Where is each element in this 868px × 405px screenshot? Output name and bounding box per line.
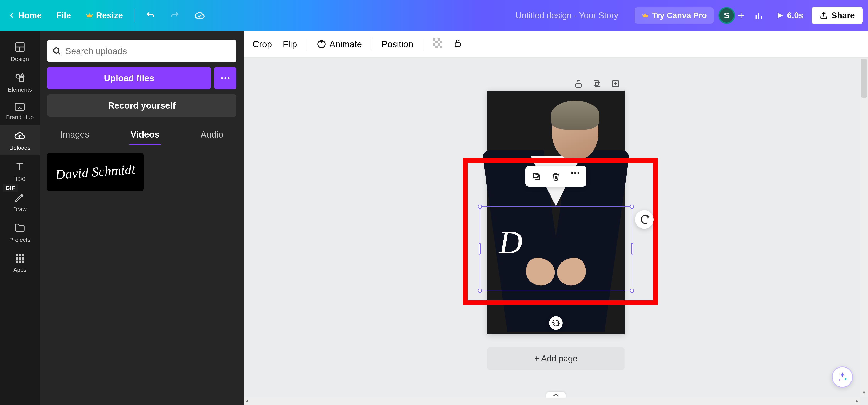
svg-rect-30 [19,254,21,256]
resize-button[interactable]: Resize [82,8,126,23]
grid-icon [14,253,25,263]
upload-item-signature[interactable]: David Schmidt [47,153,144,191]
present-button[interactable]: 6.0s [772,8,807,23]
file-menu[interactable]: File [53,8,74,23]
try-pro-label: Try Canva Pro [652,11,707,20]
resize-handle-left[interactable] [478,243,481,255]
undo-icon [146,10,155,20]
undo-button[interactable] [142,8,159,23]
search-uploads[interactable] [47,40,237,62]
svg-point-60 [839,379,840,381]
try-pro-button[interactable]: Try Canva Pro [634,7,714,24]
rail-text[interactable]: Text [0,156,40,186]
transparency-button[interactable] [432,36,444,52]
upload-more-button[interactable] [214,67,237,90]
svg-point-41 [224,77,226,79]
scroll-down-icon[interactable]: ▾ [863,390,865,396]
lock-button[interactable] [452,37,463,52]
design-canvas[interactable]: D [487,91,625,335]
animate-button[interactable]: Animate [316,37,363,51]
cloud-upload-icon [14,130,26,142]
vertical-scrollbar[interactable]: ▴ ▾ [860,58,868,397]
search-input[interactable] [65,46,231,56]
file-label: File [56,10,71,20]
svg-rect-36 [19,260,21,263]
scroll-right-icon[interactable]: ▸ [856,398,858,404]
rotate-handle[interactable] [549,316,563,330]
element-more-button[interactable] [565,169,585,184]
rail-design[interactable]: Design [0,36,40,66]
rail-projects[interactable]: Projects [0,217,40,247]
duplicate-element-button[interactable] [527,169,546,184]
delete-element-button[interactable] [546,169,565,184]
avatar[interactable]: S [718,7,735,24]
svg-rect-17 [455,43,460,46]
tab-audio[interactable]: Audio [199,127,224,145]
magic-assist-fab[interactable] [832,367,853,387]
brand-icon: co. [14,103,26,111]
duplicate-page-button[interactable] [592,79,601,88]
scroll-left-icon[interactable]: ◂ [245,398,248,404]
svg-rect-9 [433,38,435,41]
resize-handle-right[interactable] [631,243,633,255]
duration-label: 6.0s [787,10,804,20]
crop-button[interactable]: Crop [251,37,273,51]
rail-elements[interactable]: Elements [0,67,40,97]
resize-handle-bl[interactable] [478,289,482,293]
ai-write-button[interactable] [635,210,653,229]
unlock-page-button[interactable] [574,79,583,88]
home-label: Home [18,10,42,20]
scrollbar-thumb[interactable] [861,59,867,98]
svg-point-59 [845,378,846,380]
redo-icon [170,10,180,20]
record-yourself-button[interactable]: Record yourself [47,94,237,117]
rail-apps[interactable]: Apps [0,248,40,277]
lock-icon [453,39,462,48]
resize-handle-br[interactable] [630,289,634,293]
divider [134,9,134,22]
resize-handle-tl[interactable] [478,205,482,209]
rail-brand-hub[interactable]: co. Brand Hub [0,98,40,125]
context-toolbar [525,166,586,187]
svg-point-57 [578,172,580,174]
svg-point-42 [227,77,229,79]
svg-rect-15 [435,45,438,48]
add-page-button[interactable]: + Add page [487,347,625,370]
back-home-button[interactable]: Home [5,8,45,23]
bar-chart-icon [753,10,764,21]
crown-icon [642,12,649,19]
svg-rect-33 [19,257,21,259]
redo-button[interactable] [166,8,183,23]
insights-button[interactable] [750,7,767,23]
svg-rect-44 [595,82,600,87]
search-icon [52,46,62,56]
tab-images[interactable]: Images [59,127,91,145]
svg-rect-29 [16,254,18,256]
position-button[interactable]: Position [380,37,414,51]
separator [423,38,423,51]
plus-icon[interactable] [737,11,745,20]
svg-point-7 [320,40,322,42]
flip-button[interactable]: Flip [282,37,298,51]
folder-icon [14,222,26,234]
svg-point-21 [16,74,20,78]
resize-handle-tr[interactable] [630,205,634,209]
play-icon [775,11,784,20]
separator [372,38,372,51]
svg-point-38 [54,48,59,53]
share-button[interactable]: Share [812,7,863,24]
document-title[interactable]: Untitled design - Your Story [516,10,618,20]
canvas-signature-letter[interactable]: D [499,224,523,261]
svg-rect-14 [438,43,440,46]
horizontal-scrollbar[interactable]: ◂ ▸ [244,397,860,405]
svg-rect-32 [16,257,18,259]
cloud-sync-button[interactable] [191,7,209,24]
timeline-handle[interactable] [546,392,565,398]
add-page-icon-button[interactable] [611,79,620,88]
svg-marker-5 [778,12,783,19]
crown-icon [86,11,93,19]
rail-uploads[interactable]: Uploads [0,125,40,155]
tab-videos[interactable]: Videos [129,127,161,145]
upload-files-button[interactable]: Upload files [47,67,211,90]
gif-badge: GIF [3,184,18,192]
